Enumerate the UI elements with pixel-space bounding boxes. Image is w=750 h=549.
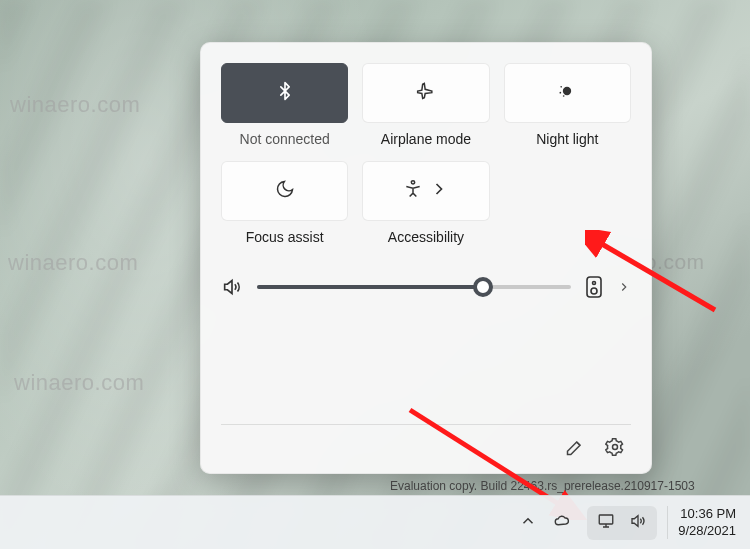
tile-airplane: Airplane mode <box>362 63 489 147</box>
bluetooth-label: Not connected <box>240 131 330 147</box>
tile-focus: Focus assist <box>221 161 348 245</box>
network-tray-icon <box>597 512 615 534</box>
accessibility-toggle-button[interactable] <box>362 161 489 221</box>
panel-bottom-row <box>221 425 631 461</box>
bluetooth-toggle-button[interactable] <box>221 63 348 123</box>
taskbar: 10:36 PM 9/28/2021 <box>0 495 750 549</box>
accessibility-label: Accessibility <box>388 229 464 245</box>
speaker-icon[interactable] <box>221 276 243 298</box>
edit-button[interactable] <box>565 437 585 457</box>
quick-settings-panel: Not connected Airplane mode Night light <box>200 42 652 474</box>
focus-label: Focus assist <box>246 229 324 245</box>
nightlight-toggle-button[interactable] <box>504 63 631 123</box>
svg-rect-11 <box>599 515 613 524</box>
settings-button[interactable] <box>605 437 625 457</box>
svg-point-3 <box>563 95 565 97</box>
onedrive-tray-icon[interactable] <box>553 512 571 534</box>
svg-point-0 <box>563 87 571 95</box>
tray-overflow-chevron-icon[interactable] <box>519 512 537 534</box>
svg-point-7 <box>591 288 597 294</box>
bluetooth-icon <box>275 81 295 105</box>
focus-toggle-button[interactable] <box>221 161 348 221</box>
volume-row <box>221 275 631 299</box>
svg-point-1 <box>561 86 563 88</box>
volume-slider[interactable] <box>257 285 571 289</box>
svg-point-4 <box>411 181 414 184</box>
airplane-label: Airplane mode <box>381 131 471 147</box>
taskbar-clock[interactable]: 10:36 PM 9/28/2021 <box>667 506 740 539</box>
svg-point-2 <box>560 92 562 94</box>
tile-nightlight: Night light <box>504 63 631 147</box>
nightlight-label: Night light <box>536 131 598 147</box>
nightlight-icon <box>557 81 577 105</box>
evaluation-watermark: Evaluation copy. Build 22463.rs_prerelea… <box>390 479 695 493</box>
clock-date: 9/28/2021 <box>678 523 736 539</box>
quick-settings-grid: Not connected Airplane mode Night light <box>221 63 631 245</box>
svg-point-6 <box>593 282 596 285</box>
airplane-toggle-button[interactable] <box>362 63 489 123</box>
tile-bluetooth: Not connected <box>221 63 348 147</box>
audio-expand-chevron-icon[interactable] <box>617 280 631 294</box>
system-tray <box>513 506 667 540</box>
volume-tray-icon <box>629 512 647 534</box>
svg-point-8 <box>613 445 618 450</box>
tile-accessibility: Accessibility <box>362 161 489 245</box>
chevron-right-icon <box>429 179 449 203</box>
clock-time: 10:36 PM <box>678 506 736 522</box>
airplane-icon <box>416 81 436 105</box>
moon-icon <box>275 179 295 203</box>
network-volume-tray-group[interactable] <box>587 506 657 540</box>
audio-output-icon[interactable] <box>585 275 603 299</box>
accessibility-icon <box>403 179 423 203</box>
